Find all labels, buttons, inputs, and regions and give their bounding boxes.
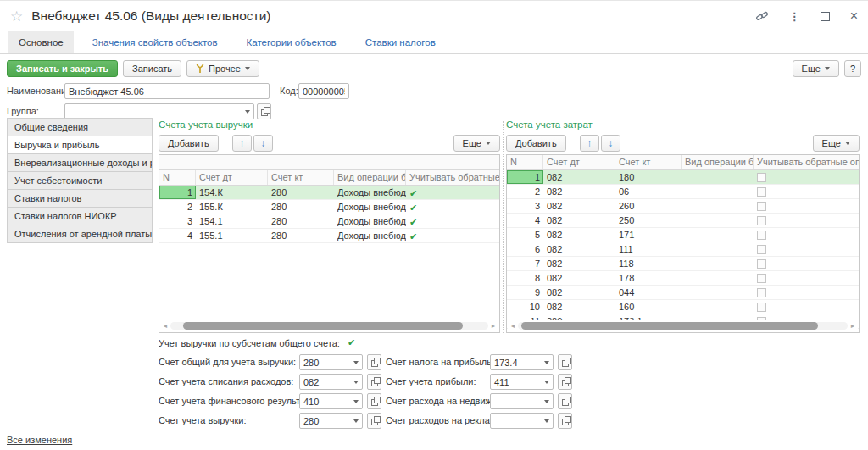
- kebab-menu-icon[interactable]: ⋮: [789, 10, 800, 23]
- scroll-right-icon[interactable]: ►: [488, 323, 498, 329]
- column-header[interactable]: Счет кт: [268, 170, 334, 185]
- account-combobox[interactable]: 280: [299, 413, 363, 429]
- table-row[interactable]: 3 082 260: [507, 199, 859, 214]
- all-changes-link[interactable]: Все изменения: [7, 435, 72, 445]
- choose-button[interactable]: [367, 354, 381, 370]
- row-checkbox[interactable]: [757, 303, 766, 312]
- chevron-down-icon[interactable]: [350, 375, 362, 389]
- scroll-left-icon[interactable]: ◄: [160, 323, 170, 329]
- row-checkbox[interactable]: [757, 259, 766, 269]
- save-and-close-button[interactable]: Записать и закрыть: [7, 60, 118, 77]
- panel-splitter[interactable]: [503, 121, 504, 333]
- add-row-button[interactable]: Добавить: [506, 135, 566, 152]
- table-row[interactable]: 4 155.1 280 Доходы внебюдж...: [159, 229, 499, 243]
- sidebar-item[interactable]: Ставки налогов НИОКР: [7, 207, 153, 225]
- scrollbar-track[interactable]: [518, 322, 848, 330]
- column-header[interactable]: Учитывать обратные операц: [754, 155, 859, 169]
- table-row[interactable]: 1 154.К 280 Доходы внебюдж...: [159, 186, 499, 200]
- choose-button[interactable]: [367, 374, 381, 390]
- help-button[interactable]: ?: [844, 60, 861, 77]
- choose-button[interactable]: [367, 393, 381, 409]
- column-header[interactable]: Счет дт: [196, 170, 268, 185]
- move-down-button[interactable]: ↓: [601, 135, 620, 152]
- chevron-down-icon[interactable]: [541, 414, 553, 428]
- column-header[interactable]: Счет дт: [543, 155, 615, 169]
- account-combobox[interactable]: 411: [490, 374, 554, 390]
- row-checkbox[interactable]: [757, 173, 766, 182]
- sidebar-item[interactable]: Учет себестоимости: [7, 171, 153, 190]
- choose-button[interactable]: [558, 393, 572, 409]
- scrollbar-thumb[interactable]: [183, 322, 463, 330]
- choose-button[interactable]: [558, 374, 572, 390]
- close-icon[interactable]: ×: [850, 12, 858, 20]
- scrollbar-thumb[interactable]: [521, 322, 818, 330]
- table-row[interactable]: 2 082 06: [507, 185, 859, 199]
- nav-tab[interactable]: Основное: [8, 31, 74, 53]
- subaccount-checkbox[interactable]: [348, 339, 357, 348]
- choose-button[interactable]: [558, 354, 572, 370]
- account-combobox[interactable]: [490, 393, 554, 409]
- account-combobox[interactable]: 280: [299, 354, 363, 370]
- row-checkbox[interactable]: [757, 288, 766, 297]
- row-checkbox[interactable]: [757, 274, 766, 283]
- table-row[interactable]: 5 082 171: [507, 228, 859, 242]
- move-up-button[interactable]: ↑: [232, 135, 252, 152]
- group-choose-button[interactable]: [257, 103, 271, 119]
- table-row[interactable]: 8 082 178: [507, 271, 859, 286]
- table-more-button[interactable]: Еще: [453, 135, 500, 152]
- save-button[interactable]: Записать: [123, 60, 181, 77]
- nav-tab[interactable]: Категории объектов: [236, 31, 347, 53]
- table-row[interactable]: 7 082 118: [507, 257, 859, 271]
- scroll-left-icon[interactable]: ◄: [508, 323, 518, 329]
- column-header[interactable]: Вид операции бю...: [334, 170, 406, 185]
- row-checkbox[interactable]: [757, 245, 766, 254]
- row-checkbox[interactable]: [757, 187, 766, 197]
- sidebar-item[interactable]: Внереализационные доходы и расходы: [7, 153, 153, 172]
- chevron-down-icon[interactable]: [350, 394, 362, 408]
- row-checkbox[interactable]: [409, 203, 419, 212]
- choose-button[interactable]: [367, 413, 381, 429]
- column-header[interactable]: Учитывать обратные операц: [406, 170, 499, 185]
- chevron-down-icon[interactable]: [350, 355, 362, 369]
- more-actions-button[interactable]: Прочее: [186, 60, 259, 77]
- chevron-down-icon[interactable]: [541, 355, 553, 369]
- link-icon[interactable]: [755, 9, 769, 23]
- move-down-button[interactable]: ↓: [253, 135, 273, 152]
- row-checkbox[interactable]: [757, 202, 766, 211]
- table-row[interactable]: 6 082 111: [507, 242, 859, 257]
- column-header[interactable]: Вид операции бю...: [682, 155, 754, 169]
- table-more-button[interactable]: Еще: [813, 135, 860, 152]
- move-up-button[interactable]: ↑: [580, 135, 599, 152]
- row-checkbox[interactable]: [757, 231, 766, 240]
- table-row[interactable]: 4 082 250: [507, 214, 859, 228]
- table-row[interactable]: 2 155.К 280 Доходы внебюдж...: [159, 200, 499, 214]
- nav-tab[interactable]: Значения свойств объектов: [82, 31, 228, 53]
- table-row[interactable]: 3 154.1 280 Доходы внебюдж...: [159, 214, 499, 229]
- add-row-button[interactable]: Добавить: [159, 135, 219, 152]
- account-combobox[interactable]: [490, 413, 554, 429]
- more-button[interactable]: Еще: [793, 60, 839, 77]
- scroll-right-icon[interactable]: ►: [848, 323, 858, 329]
- nav-tab[interactable]: Ставки налогов: [355, 31, 446, 53]
- chevron-down-icon[interactable]: [242, 104, 253, 119]
- favorite-star-icon[interactable]: ☆: [10, 8, 23, 25]
- chevron-down-icon[interactable]: [541, 394, 553, 408]
- table-row[interactable]: 1 082 180: [507, 170, 859, 185]
- column-header[interactable]: N: [159, 170, 196, 185]
- account-combobox[interactable]: 173.4: [490, 354, 554, 370]
- table-row[interactable]: 10 082 160: [507, 300, 859, 314]
- scrollbar-track[interactable]: [170, 322, 488, 330]
- row-checkbox[interactable]: [409, 231, 419, 241]
- sidebar-item[interactable]: Ставки налогов: [7, 189, 153, 208]
- column-header[interactable]: N: [507, 155, 543, 169]
- table-row[interactable]: 9 082 044: [507, 286, 859, 300]
- choose-button[interactable]: [558, 413, 572, 429]
- sidebar-item[interactable]: Выручка и прибыль: [7, 136, 153, 154]
- name-input[interactable]: [64, 83, 270, 99]
- sidebar-item[interactable]: Общие сведения: [7, 118, 153, 136]
- code-input[interactable]: [298, 83, 349, 99]
- maximize-icon[interactable]: [821, 12, 830, 21]
- row-checkbox[interactable]: [757, 216, 766, 225]
- chevron-down-icon[interactable]: [541, 375, 553, 389]
- row-checkbox[interactable]: [409, 217, 419, 226]
